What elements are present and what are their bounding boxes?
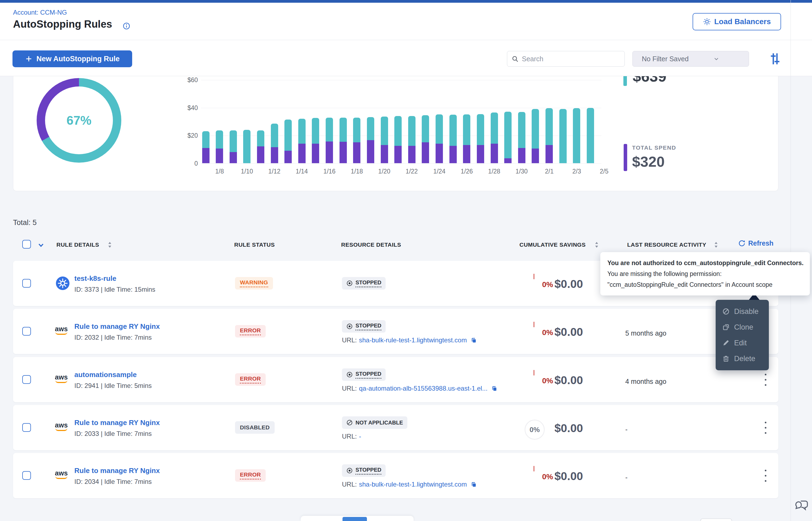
last-resource-activity: 4 months ago: [625, 378, 666, 385]
menu-item-disable[interactable]: Disable: [715, 303, 769, 319]
bar-spend: [353, 142, 360, 163]
clone-icon: [722, 323, 730, 331]
savings-legend-swatch: [623, 76, 627, 86]
row-context-menu: DisableCloneEditDelete: [715, 300, 769, 370]
resource-state-badge[interactable]: STOPPED: [342, 277, 386, 290]
saved-filter-select[interactable]: No Filter Saved: [632, 51, 749, 67]
table-row: awsautomationsampleID: 2941 | Idle Time:…: [13, 357, 778, 402]
bar-savings: [367, 117, 374, 140]
savings-gauge-circle: 0%: [525, 420, 545, 440]
resource-state-badge[interactable]: STOPPED: [342, 368, 386, 381]
row-checkbox[interactable]: [22, 471, 31, 480]
x-axis-tick: 1/12: [262, 168, 286, 175]
sort-icon[interactable]: [107, 241, 112, 249]
y-axis-tick: $20: [176, 132, 198, 139]
new-autostopping-rule-button[interactable]: New AutoStopping Rule: [13, 50, 132, 67]
bar-spend: [298, 144, 305, 163]
resource-state-badge[interactable]: STOPPED: [342, 320, 386, 333]
chevron-down-icon[interactable]: [37, 241, 45, 249]
rule-name-link[interactable]: Rule to manage RY Nginx: [74, 418, 160, 427]
row-checkbox[interactable]: [22, 375, 31, 384]
resource-state-badge[interactable]: STOPPED: [342, 465, 386, 477]
cumulative-savings-pct: 0%: [520, 377, 553, 385]
bar-savings: [518, 112, 526, 148]
bar-savings: [216, 130, 223, 149]
refresh-button[interactable]: Refresh: [738, 240, 773, 247]
url-link[interactable]: sha-bulk-rule-test-1.lightwingtest.com: [359, 336, 467, 344]
new-rule-label: New AutoStopping Rule: [36, 55, 120, 63]
stop-icon: [346, 371, 353, 378]
rule-status-badge[interactable]: ERROR: [235, 325, 266, 338]
filter-sliders-icon[interactable]: [768, 51, 782, 66]
permission-tooltip: You are not authorized to ccm_autostoppi…: [600, 252, 810, 295]
url-label: URL:: [342, 336, 357, 344]
rule-name-link[interactable]: test-k8s-rule: [74, 274, 116, 283]
aws-smile: [56, 332, 67, 335]
search-input[interactable]: [522, 55, 620, 63]
row-menu-kebab-icon[interactable]: [763, 420, 769, 435]
row-checkbox[interactable]: [22, 279, 31, 288]
row-checkbox[interactable]: [22, 423, 31, 432]
sort-icon[interactable]: [594, 241, 599, 249]
select-all-checkbox[interactable]: [22, 240, 31, 249]
bar-spend: [367, 140, 374, 163]
last-resource-activity: -: [625, 426, 627, 433]
aws-smile: [56, 380, 67, 383]
bar-savings: [284, 119, 292, 151]
account-breadcrumb[interactable]: Account: CCM-NG: [13, 9, 67, 16]
col-last-resource-activity[interactable]: LAST RESOURCE ACTIVITY: [627, 242, 706, 248]
cumulative-savings-amount: $0.00: [554, 470, 583, 483]
rule-meta: ID: 2034 | Idle Time: 7mins: [74, 478, 152, 485]
savings-gauge-tick: [534, 370, 534, 376]
url-link[interactable]: -: [359, 433, 361, 440]
cumulative-savings-amount: $0.00: [554, 422, 583, 435]
rule-name-link[interactable]: Rule to manage RY Nginx: [74, 467, 160, 475]
total-spend-label: TOTAL SPEND: [632, 144, 676, 151]
bar-savings: [394, 116, 402, 146]
resource-state-label: STOPPED: [356, 322, 381, 331]
bar-savings: [435, 114, 443, 144]
url-link[interactable]: sha-bulk-rule-test-1.lightwingtest.com: [359, 481, 467, 488]
bar-savings: [230, 130, 237, 152]
savings-gauge-tick: [534, 466, 534, 471]
rule-status-badge[interactable]: DISABLED: [235, 421, 275, 434]
sort-icon[interactable]: [714, 241, 718, 249]
row-menu-kebab-icon[interactable]: [763, 372, 769, 387]
resource-url: URL:-: [342, 433, 361, 440]
row-checkbox[interactable]: [22, 327, 31, 336]
url-label: URL:: [342, 433, 357, 440]
rule-name-link[interactable]: Rule to manage RY Nginx: [74, 322, 160, 331]
bar-savings: [477, 114, 484, 145]
cumulative-savings-amount: $0.00: [554, 374, 583, 387]
menu-item-edit[interactable]: Edit: [715, 335, 769, 351]
url-label: URL:: [342, 385, 357, 392]
rule-status-label: DISABLED: [240, 424, 270, 431]
rule-name-link[interactable]: automationsample: [74, 370, 137, 379]
resource-state-badge[interactable]: NOT APPLICABLE: [342, 416, 407, 429]
col-cumulative-savings[interactable]: CUMULATIVE SAVINGS: [519, 242, 586, 248]
active-page-button[interactable]: [342, 517, 367, 521]
menu-item-clone[interactable]: Clone: [715, 319, 769, 335]
stop-icon: [346, 323, 353, 330]
row-menu-kebab-icon[interactable]: [763, 468, 769, 483]
url-link[interactable]: qa-automation-alb-515563988.us-east-1.el…: [359, 385, 488, 392]
resource-url: URL:sha-bulk-rule-test-1.lightwingtest.c…: [342, 481, 477, 488]
bar-savings: [532, 109, 539, 149]
not-applicable-icon: [346, 420, 353, 426]
gear-icon: [703, 18, 711, 26]
info-icon[interactable]: [123, 22, 130, 30]
load-balancers-button[interactable]: Load Balancers: [692, 13, 781, 30]
page-size-button[interactable]: [701, 519, 732, 521]
tooltip-line: You are not authorized to ccm_autostoppi…: [607, 257, 803, 268]
rule-status-badge[interactable]: ERROR: [235, 469, 266, 482]
col-rule-details[interactable]: RULE DETAILS: [57, 242, 99, 248]
bar-spend: [546, 145, 553, 163]
bar-savings: [271, 123, 278, 147]
aws-smile: [56, 476, 67, 479]
chat-support-icon[interactable]: [794, 498, 809, 514]
total-spend-value: $320: [632, 153, 665, 170]
rule-status-label: ERROR: [240, 376, 261, 384]
rule-status-badge[interactable]: WARNING: [235, 277, 273, 290]
menu-item-delete[interactable]: Delete: [715, 351, 769, 366]
rule-status-badge[interactable]: ERROR: [235, 373, 266, 386]
